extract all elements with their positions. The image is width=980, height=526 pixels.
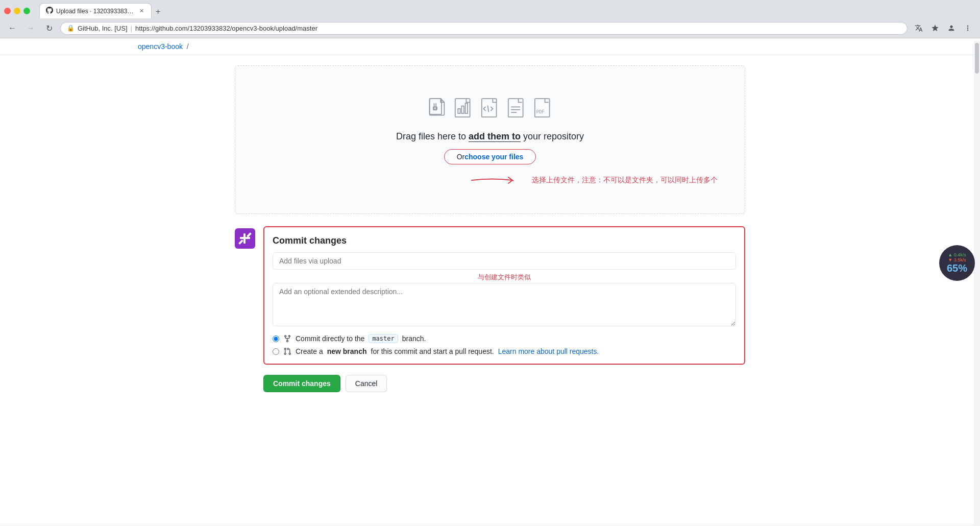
scrollbar-thumb[interactable] — [975, 43, 979, 74]
active-tab[interactable]: Upload files · 13203933832/o... ✕ — [39, 3, 152, 18]
commit-box: Commit changes 与创建文件时类似 Commit directly … — [263, 226, 745, 365]
pull-request-icon — [283, 347, 291, 355]
chart-icon — [453, 97, 474, 121]
code-icon — [480, 97, 500, 121]
breadcrumb-separator: / — [187, 42, 189, 51]
network-percent: 65% — [947, 262, 967, 274]
svg-rect-6 — [461, 106, 464, 113]
commit-middle-annotation: 与创建文件时类似 — [273, 273, 736, 282]
svg-rect-10 — [508, 99, 523, 117]
profile-button[interactable] — [944, 21, 959, 35]
commit-direct-text: Commit directly to the — [296, 334, 364, 343]
network-percent-suffix: % — [958, 262, 967, 274]
menu-button[interactable] — [961, 21, 975, 35]
translate-button[interactable] — [912, 21, 926, 35]
svg-rect-5 — [458, 109, 460, 113]
cancel-button[interactable]: Cancel — [346, 375, 387, 392]
commit-changes-button[interactable]: Commit changes — [263, 375, 340, 392]
forward-button[interactable]: → — [23, 21, 38, 35]
branch-badge: master — [369, 334, 398, 343]
network-download-speed: ▼ 3.5k/s — [948, 257, 966, 262]
tab-close-button[interactable]: ✕ — [138, 8, 145, 14]
upload-title: Drag files here to add them to your repo… — [246, 131, 734, 142]
upload-title-plain2: your repository — [521, 131, 584, 141]
commit-branch-option[interactable]: Create a new branch for this commit and … — [273, 347, 736, 355]
commit-avatar — [235, 228, 255, 249]
upload-area: PDF Drag files here to add them to your … — [235, 65, 745, 214]
pdf-icon: PDF — [533, 97, 553, 121]
commit-title-input[interactable] — [273, 252, 736, 270]
commit-section: Commit changes 与创建文件时类似 Commit directly … — [235, 226, 745, 365]
commit-options: Commit directly to the master branch. Cr… — [273, 334, 736, 355]
star-button[interactable] — [928, 21, 942, 35]
commit-direct-suffix: branch. — [402, 334, 426, 343]
commit-branch-prefix: Create a — [296, 347, 323, 355]
avatar-icon — [238, 231, 252, 246]
choose-files-button[interactable]: Or choose your files — [444, 149, 536, 164]
annotation-text: 选择上传文件，注意：不可以是文件夹，可以同时上传多个 — [532, 176, 718, 185]
annotation-arrow — [467, 173, 528, 188]
network-upload-speed: ▲ 0.4k/s — [948, 252, 966, 257]
commit-branch-bold: new branch — [327, 347, 367, 355]
pull-request-learn-more[interactable]: Learn more about pull requests. — [498, 347, 599, 355]
address-bar[interactable]: 🔒 GitHub, Inc. [US] | https://github.com… — [60, 22, 908, 35]
minimize-button[interactable] — [14, 8, 20, 14]
breadcrumb: opencv3-book / — [0, 38, 980, 55]
address-company: GitHub, Inc. [US] — [78, 25, 128, 32]
upload-title-underline: add them to — [469, 131, 521, 142]
network-widget: ▲ 0.4k/s ▼ 3.5k/s 65% — [939, 245, 975, 281]
annotation-row: 选择上传文件，注意：不可以是文件夹，可以同时上传多个 — [467, 173, 718, 188]
branch-icon — [283, 334, 291, 343]
commit-branch-radio[interactable] — [273, 348, 279, 355]
choose-prefix: Or — [457, 153, 465, 161]
commit-direct-option[interactable]: Commit directly to the master branch. — [273, 334, 736, 343]
maximize-button[interactable] — [23, 8, 30, 14]
lock-icon: 🔒 — [67, 25, 75, 32]
address-url: https://github.com/13203933832/opencv3-b… — [135, 25, 317, 32]
svg-text:PDF: PDF — [536, 109, 545, 114]
breadcrumb-repo-link[interactable]: opencv3-book — [138, 42, 183, 51]
commit-branch-suffix: for this commit and start a pull request… — [371, 347, 494, 355]
new-tab-button[interactable]: + — [152, 5, 164, 18]
tab-title: Upload files · 13203933832/o... — [56, 8, 135, 15]
commit-description-textarea[interactable] — [273, 283, 736, 326]
address-divider: | — [131, 25, 132, 32]
svg-rect-18 — [238, 240, 243, 245]
svg-rect-7 — [465, 103, 468, 113]
svg-line-9 — [488, 106, 489, 112]
doc-icon — [506, 97, 527, 121]
tab-favicon — [46, 7, 53, 15]
svg-rect-19 — [247, 232, 252, 237]
close-button[interactable] — [4, 8, 11, 14]
commit-box-title: Commit changes — [273, 235, 736, 246]
zip-icon — [427, 97, 447, 121]
choose-link[interactable]: choose your files — [464, 153, 523, 161]
commit-buttons: Commit changes Cancel — [235, 375, 745, 392]
scrollbar[interactable] — [974, 41, 980, 523]
upload-title-plain: Drag files here to — [396, 131, 469, 141]
back-button[interactable]: ← — [5, 21, 19, 35]
svg-rect-17 — [243, 233, 246, 244]
upload-icons: PDF — [246, 97, 734, 121]
reload-button[interactable]: ↻ — [42, 21, 56, 35]
commit-direct-radio[interactable] — [273, 336, 279, 342]
